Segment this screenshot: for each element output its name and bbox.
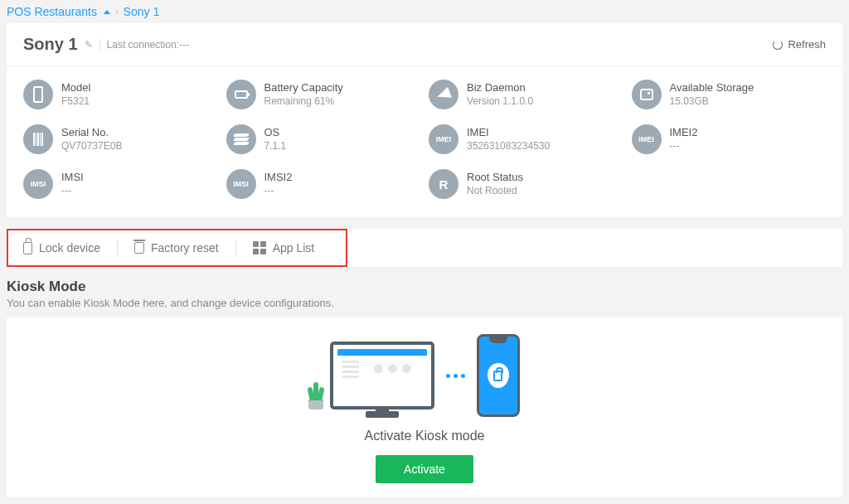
kiosk-title: Activate Kiosk mode <box>365 429 485 443</box>
plant-icon <box>308 400 323 410</box>
phone-shield-icon <box>477 334 520 417</box>
info-label: Model <box>61 81 90 95</box>
separator <box>99 39 100 51</box>
info-label: Battery Capacity <box>264 81 343 95</box>
action-bar-highlight: Lock device Factory reset App List <box>7 229 347 267</box>
info-battery: Battery Capacity Remaining 61% <box>226 80 421 109</box>
info-serial: Serial No. QV70737E0B <box>23 124 218 154</box>
info-value: Remaining 61% <box>264 95 343 109</box>
info-storage: Available Storage 15.03GB <box>632 80 827 109</box>
info-label: OS <box>264 126 287 140</box>
phone-icon <box>23 80 53 109</box>
refresh-button[interactable]: Refresh <box>773 38 826 51</box>
kiosk-subtext: You can enable Kiosk Mode here, and chan… <box>7 297 842 309</box>
storage-icon <box>632 80 662 109</box>
device-info-grid: Model F5321 Battery Capacity Remaining 6… <box>7 66 842 217</box>
info-value: QV70737E0B <box>61 140 122 153</box>
info-bizdaemon: Biz Daemon Version 1.1.0.0 <box>429 80 623 109</box>
imsi-badge-icon: IMSI <box>226 169 256 199</box>
info-value: 352631083234530 <box>467 140 550 153</box>
kiosk-heading-block: Kiosk Mode You can enable Kiosk Mode her… <box>0 279 849 317</box>
action-label: Lock device <box>39 241 100 254</box>
send-icon <box>429 80 458 109</box>
breadcrumb-parent[interactable]: POS Restaurants <box>7 5 97 18</box>
info-imei: IMEI IMEI 352631083234530 <box>429 124 623 154</box>
info-root: R Root Status Not Rooted <box>429 169 623 199</box>
refresh-icon <box>773 40 783 50</box>
breadcrumb-separator: › <box>115 7 119 17</box>
battery-icon <box>226 80 256 109</box>
lock-icon <box>23 242 32 254</box>
device-header: Sony 1 ✎ Last connection:--- Refresh <box>7 23 842 66</box>
action-label: App List <box>273 241 315 254</box>
kiosk-card: Activate Kiosk mode Activate <box>7 317 842 497</box>
barcode-icon <box>23 124 53 154</box>
info-value: Not Rooted <box>467 185 523 198</box>
info-os: OS 7.1.1 <box>226 124 421 154</box>
action-label: Factory reset <box>151 241 219 254</box>
info-imsi: IMSI IMSI --- <box>23 169 218 199</box>
layers-icon <box>226 124 256 154</box>
app-list-button[interactable]: App List <box>236 241 332 254</box>
info-label: IMEI <box>467 126 550 140</box>
info-label: IMEI2 <box>670 126 698 140</box>
imei-badge-icon: IMEI <box>632 124 662 154</box>
device-name: Sony 1 <box>23 35 78 54</box>
info-value: 7.1.1 <box>264 140 287 153</box>
info-label: Biz Daemon <box>467 81 533 95</box>
kiosk-illustration <box>330 334 520 417</box>
lock-device-button[interactable]: Lock device <box>23 241 117 254</box>
info-label: Serial No. <box>61 126 122 140</box>
info-label: IMSI <box>61 171 84 185</box>
info-label: IMSI2 <box>264 171 293 185</box>
imsi-badge-icon: IMSI <box>23 169 53 199</box>
connection-dots-icon <box>446 374 465 378</box>
info-value: --- <box>264 185 293 198</box>
info-model: Model F5321 <box>23 80 218 109</box>
imei-badge-icon: IMEI <box>429 124 458 154</box>
activate-button[interactable]: Activate <box>376 455 473 483</box>
root-badge-icon: R <box>429 169 458 199</box>
info-value: 15.03GB <box>670 95 754 109</box>
monitor-icon <box>330 342 434 410</box>
device-card: Sony 1 ✎ Last connection:--- Refresh Mod… <box>7 23 842 217</box>
trash-icon <box>134 242 144 254</box>
info-value: --- <box>61 185 84 198</box>
apps-icon <box>253 241 266 254</box>
action-card: Lock device Factory reset App List <box>7 229 842 267</box>
info-label: Available Storage <box>670 81 754 95</box>
info-value: F5321 <box>61 95 90 109</box>
breadcrumb-current[interactable]: Sony 1 <box>124 5 160 18</box>
info-label: Root Status <box>467 171 523 185</box>
chevron-up-icon <box>104 10 110 14</box>
info-imsi2: IMSI IMSI2 --- <box>226 169 421 199</box>
info-value: Version 1.1.0.0 <box>467 95 533 109</box>
kiosk-heading: Kiosk Mode <box>7 279 842 295</box>
factory-reset-button[interactable]: Factory reset <box>118 241 235 254</box>
edit-name-icon[interactable]: ✎ <box>85 39 93 51</box>
info-imei2: IMEI IMEI2 --- <box>632 124 827 154</box>
refresh-label: Refresh <box>788 38 826 51</box>
last-connection: Last connection:--- <box>107 39 189 51</box>
info-value: --- <box>670 140 698 153</box>
breadcrumb: POS Restaurants › Sony 1 <box>0 0 849 23</box>
